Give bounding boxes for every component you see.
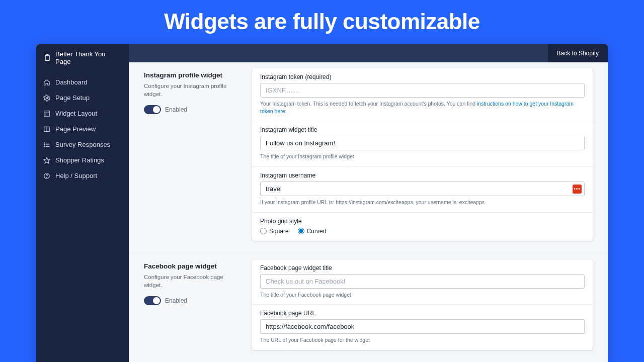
back-to-shopify-button[interactable]: Back to Shopify — [548, 44, 608, 62]
svg-rect-3 — [44, 111, 50, 116]
sidebar-item-label: Shopper Ratings — [55, 156, 104, 164]
sidebar-item-survey-responses[interactable]: Survey Responses — [36, 137, 129, 152]
hero-title: Widgets are fully customizable — [0, 0, 644, 43]
list-icon — [43, 141, 50, 148]
app-frame: Better Thank You Page Dashboard Page Set… — [36, 44, 608, 362]
gear-icon — [43, 95, 50, 102]
grid-option-square[interactable]: Square — [260, 228, 289, 235]
svg-marker-14 — [44, 157, 50, 163]
brand-label: Better Thank You Page — [55, 50, 122, 65]
sidebar-item-help-support[interactable]: Help / Support — [36, 168, 129, 184]
instagram-card: Instagram token (required) Your Instagra… — [252, 68, 593, 241]
preview-icon — [43, 126, 50, 133]
instagram-widget-title-label: Instagram widget title — [260, 126, 585, 133]
sidebar-item-dashboard[interactable]: Dashboard — [36, 74, 129, 90]
sidebar-item-label: Widget Layout — [55, 110, 97, 117]
instagram-widget-title-help: The title of your Instagram profile widg… — [260, 153, 585, 160]
toggle-label: Enabled — [165, 106, 187, 113]
brand: Better Thank You Page — [36, 44, 129, 71]
svg-point-12 — [44, 144, 45, 145]
clipboard-icon — [43, 54, 51, 62]
instagram-widget-title-input[interactable] — [260, 136, 585, 150]
facebook-widget-title-help: The title of your Facebook page widget — [260, 291, 585, 299]
section-title: Instagram profile widget — [144, 71, 242, 79]
help-icon — [43, 172, 50, 179]
sidebar-item-widget-layout[interactable]: Widget Layout — [36, 106, 129, 121]
facebook-widget-title-label: Facebook page widget title — [260, 264, 585, 272]
facebook-enabled-toggle[interactable] — [144, 296, 161, 305]
svg-point-16 — [47, 177, 47, 177]
instagram-token-help: Your Instagram token. This is needed to … — [260, 100, 585, 115]
password-manager-icon[interactable]: ••• — [573, 185, 582, 194]
home-icon — [43, 79, 50, 86]
sidebar-item-label: Dashboard — [55, 78, 88, 86]
main: Back to Shopify Instagram profile widget… — [129, 44, 608, 362]
section-desc: Configure your Instagram profile widget. — [144, 82, 242, 98]
instagram-username-label: Instagram username — [260, 172, 585, 179]
sidebar-nav: Dashboard Page Setup Widget Layout Page … — [36, 71, 129, 187]
content-scroll[interactable]: Instagram profile widget Configure your … — [129, 62, 608, 362]
layout-icon — [43, 110, 50, 117]
section-desc: Configure your Facebook page widget. — [144, 273, 242, 289]
facebook-card: Facebook page widget title The title of … — [252, 259, 593, 350]
sidebar-item-shopper-ratings[interactable]: Shopper Ratings — [36, 152, 129, 168]
instagram-username-help: If your Instagram profile URL is: https:… — [260, 199, 585, 206]
sidebar-item-page-setup[interactable]: Page Setup — [36, 90, 129, 106]
facebook-widget-title-input[interactable] — [260, 274, 585, 289]
instagram-token-label: Instagram token (required) — [260, 73, 585, 80]
facebook-url-help: The URL of your Facebook page for the wi… — [260, 336, 585, 344]
star-icon — [43, 157, 50, 164]
svg-point-11 — [44, 142, 45, 143]
sidebar-item-label: Help / Support — [55, 172, 97, 179]
photo-grid-style-label: Photo grid style — [260, 218, 585, 225]
svg-point-2 — [46, 97, 48, 99]
topbar: Back to Shopify — [129, 44, 608, 62]
facebook-url-label: Facebook page URL — [260, 310, 585, 317]
instagram-enabled-toggle[interactable] — [144, 105, 161, 114]
sidebar-item-page-preview[interactable]: Page Preview — [36, 121, 129, 137]
sidebar: Better Thank You Page Dashboard Page Set… — [36, 44, 129, 362]
instagram-section: Instagram profile widget Configure your … — [129, 62, 608, 253]
sidebar-item-label: Page Setup — [55, 94, 90, 102]
facebook-url-input[interactable] — [260, 319, 585, 334]
instagram-token-input[interactable] — [260, 83, 585, 98]
facebook-section: Facebook page widget Configure your Face… — [129, 253, 608, 362]
toggle-label: Enabled — [165, 297, 187, 304]
svg-point-13 — [44, 146, 45, 146]
sidebar-item-label: Survey Responses — [55, 141, 110, 148]
instagram-username-input[interactable] — [260, 182, 585, 196]
sidebar-item-label: Page Preview — [55, 125, 96, 133]
grid-option-curved[interactable]: Curved — [298, 228, 327, 235]
section-title: Facebook page widget — [144, 262, 242, 270]
